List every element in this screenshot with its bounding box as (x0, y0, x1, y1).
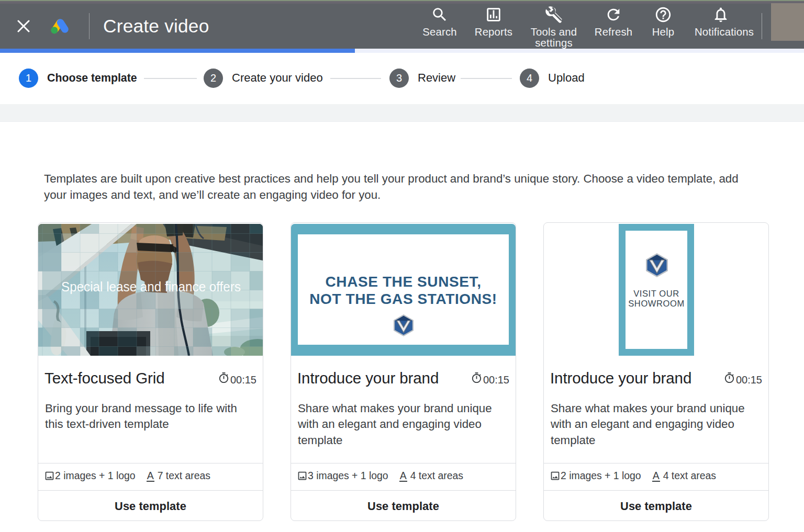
svg-text:Special lease and finance offe: Special lease and finance offers (61, 279, 241, 295)
